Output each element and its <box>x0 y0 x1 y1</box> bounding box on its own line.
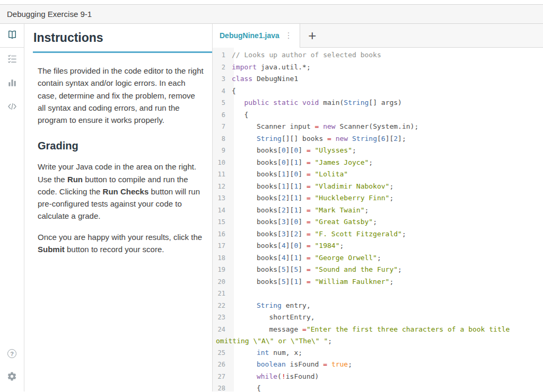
code-area[interactable]: 1// Looks up author of selected books2im… <box>213 48 543 391</box>
code-line[interactable]: 17 books[4][0] = "1984"; <box>213 240 543 252</box>
code-line[interactable]: 15 books[3][0] = "Great Gatsby"; <box>213 216 543 228</box>
kebab-menu-icon[interactable]: ⋮ <box>285 31 293 40</box>
code-line[interactable]: 27 while(!isFound) <box>213 371 543 383</box>
code-line[interactable]: 10 books[0][1] = "James Joyce"; <box>213 157 543 169</box>
paragraph: The files provided in the code editor to… <box>38 65 205 126</box>
rail-item-instructions[interactable] <box>0 24 24 48</box>
code-line[interactable]: 21 <box>213 288 543 300</box>
intro-paragraphs: The files provided in the code editor to… <box>38 65 205 126</box>
line-number: 4 <box>216 86 232 97</box>
line-number: 13 <box>216 193 232 204</box>
tab-debugnine1-java[interactable]: DebugNine1.java ⋮ <box>213 24 300 47</box>
new-tab-button[interactable]: + <box>300 24 325 47</box>
line-number: 19 <box>216 264 232 276</box>
exercise-title: Debugging Exercise 9-1 <box>7 10 92 19</box>
plus-icon: + <box>308 28 316 44</box>
tab-label: DebugNine1.java <box>220 31 279 40</box>
rail-item-help[interactable]: ? <box>0 342 24 366</box>
line-number: 8 <box>216 133 232 145</box>
code-line[interactable]: 2import java.util.*; <box>213 61 543 74</box>
checklist-icon <box>7 54 17 66</box>
code-line[interactable]: 13 books[2][1] = "Huckleberry Finn"; <box>213 192 543 204</box>
code-line[interactable]: 23 shortEntry, <box>213 311 543 324</box>
line-number: 15 <box>216 217 232 228</box>
line-number: 17 <box>216 240 232 252</box>
code-line[interactable]: 24 message ="Enter the first three chara… <box>213 324 543 347</box>
rail-item-results[interactable] <box>0 72 24 95</box>
code-line[interactable]: 9 books[0][0] = "Ulysses"; <box>213 145 543 157</box>
bar-chart-icon <box>7 77 17 90</box>
code-line[interactable]: 8 String[][] books = new String[6][2]; <box>213 133 543 145</box>
line-number: 23 <box>216 312 232 324</box>
code-editor: DebugNine1.java ⋮ + 1// Looks up author … <box>213 24 543 391</box>
code-line[interactable]: 6 { <box>213 109 543 121</box>
line-number: 3 <box>216 74 232 85</box>
code-line[interactable]: 14 books[2][1] = "Mark Twain"; <box>213 204 543 217</box>
code-line[interactable]: 11 books[1][0] = "Lolita" <box>213 168 543 181</box>
code-line[interactable]: 1// Looks up author of selected books <box>213 49 543 61</box>
line-number: 22 <box>216 300 232 312</box>
code-line[interactable]: 19 books[5][5] = "Sound and the Fury"; <box>213 264 543 276</box>
gear-icon <box>7 371 17 384</box>
line-number: 9 <box>216 145 232 157</box>
main-layout: ? Instructions The files provided in the… <box>0 24 543 391</box>
code-icon <box>7 101 17 114</box>
exercise-title-bar: Debugging Exercise 9-1 <box>0 5 543 24</box>
code-line[interactable]: 7 Scanner input = new Scanner(System.in)… <box>213 121 543 133</box>
line-number: 18 <box>216 253 232 264</box>
line-number: 5 <box>216 97 232 109</box>
code-line[interactable]: 4{ <box>213 85 543 97</box>
icon-rail: ? <box>0 24 24 391</box>
line-number: 26 <box>216 359 232 371</box>
line-number: 2 <box>216 62 232 74</box>
code-line[interactable]: 5 public static void main(String[] args) <box>213 97 543 109</box>
code-line[interactable]: 20 books[5][1] = "William Faulkner"; <box>213 276 543 288</box>
rail-item-checks[interactable] <box>0 48 24 72</box>
code-line[interactable]: 22 String entry, <box>213 300 543 312</box>
line-number: 24 <box>216 324 232 336</box>
line-number: 14 <box>216 205 232 217</box>
instructions-panel: Instructions The files provided in the c… <box>24 24 213 391</box>
rail-spacer <box>0 119 24 342</box>
paragraph: Write your Java code in the area on the … <box>38 161 205 222</box>
line-number: 20 <box>216 277 232 288</box>
code-line[interactable]: 18 books[4][1] = "George Orwell"; <box>213 252 543 264</box>
line-number: 16 <box>216 229 232 240</box>
code-lines: 1// Looks up author of selected books2im… <box>213 49 543 391</box>
open-book-icon <box>7 29 17 42</box>
rail-item-code[interactable] <box>0 95 24 119</box>
rail-item-settings[interactable] <box>0 366 24 389</box>
code-line[interactable]: 16 books[3][2] = "F. Scott Fitzgerald"; <box>213 228 543 240</box>
line-number: 10 <box>216 157 232 169</box>
line-number: 28 <box>216 383 232 391</box>
code-line[interactable]: 25 int num, x; <box>213 347 543 359</box>
line-number: 7 <box>216 121 232 133</box>
line-number: 25 <box>216 348 232 359</box>
instructions-title: Instructions <box>33 24 212 53</box>
editor-tab-bar: DebugNine1.java ⋮ + <box>213 24 543 48</box>
line-number: 27 <box>216 371 232 383</box>
help-icon: ? <box>7 349 16 358</box>
code-line[interactable]: 28 { <box>213 382 543 391</box>
paragraph: Once you are happy with your results, cl… <box>38 231 205 256</box>
line-number: 21 <box>216 288 232 300</box>
grading-heading: Grading <box>38 140 205 152</box>
line-number: 12 <box>216 181 232 193</box>
instructions-body: The files provided in the code editor to… <box>24 53 212 255</box>
line-number: 6 <box>216 110 232 121</box>
code-line[interactable]: 12 books[1][1] = "Vladimir Nabokov"; <box>213 181 543 193</box>
window-top-edge <box>0 0 543 5</box>
code-line[interactable]: 3class DebugNine1 <box>213 73 543 85</box>
line-number: 1 <box>216 50 232 61</box>
grading-paragraphs: Write your Java code in the area on the … <box>38 161 205 255</box>
code-line[interactable]: 26 boolean isFound = true; <box>213 359 543 371</box>
line-number: 11 <box>216 169 232 181</box>
